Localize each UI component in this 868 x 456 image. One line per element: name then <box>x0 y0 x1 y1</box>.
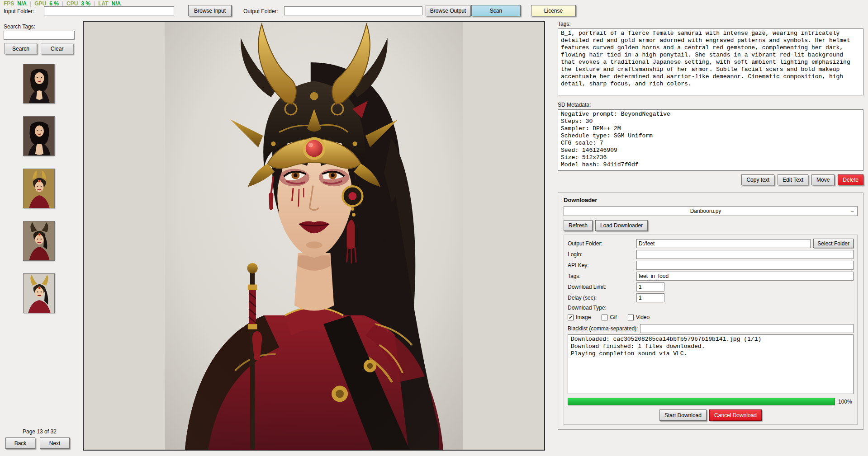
download-limit-label: Download Limit: <box>568 284 636 290</box>
gif-type-label: Gif <box>610 314 617 320</box>
portrait-image <box>165 22 463 450</box>
delay-label: Delay (sec): <box>568 295 636 301</box>
next-button[interactable]: Next <box>40 437 70 449</box>
download-type-options: ✓ Image Gif Video <box>568 312 854 322</box>
delay-input[interactable] <box>636 293 664 302</box>
back-button[interactable]: Back <box>5 437 35 449</box>
checkbox-box: ✓ <box>568 315 574 320</box>
checkbox-box <box>602 315 607 320</box>
dl-tags-label: Tags: <box>568 273 636 279</box>
search-tags-label: Search Tags: <box>4 24 35 30</box>
browse-output-button[interactable]: Browse Output <box>426 5 470 16</box>
performance-status-bar: FPS N/A | GPU 6 % | CPU 3 % | LAT N/A <box>4 0 121 7</box>
thumbnail-list <box>23 64 55 313</box>
image-viewer[interactable] <box>83 21 545 451</box>
page-indicator: Page 13 of 32 <box>23 428 57 435</box>
download-log[interactable]: Downloaded: cac305208285ca14bbfb579b7b19… <box>568 334 854 394</box>
top-toolbar: FPS N/A | GPU 6 % | CPU 3 % | LAT N/A In… <box>0 0 868 18</box>
search-tags-input[interactable] <box>4 31 75 40</box>
login-input[interactable] <box>636 250 854 259</box>
scan-button[interactable]: Scan <box>471 5 521 16</box>
browse-input-button[interactable]: Browse Input <box>188 5 232 16</box>
clear-button[interactable]: Clear <box>41 43 73 54</box>
fps-label: FPS <box>4 0 14 7</box>
thumbnail-item[interactable] <box>23 116 55 156</box>
cpu-label: CPU <box>66 0 78 7</box>
gpu-value: 6 % <box>49 0 59 7</box>
sd-metadata-textarea[interactable]: Negative prompt: BeyondNegative Steps: 3… <box>558 109 863 171</box>
load-downloader-button[interactable]: Load Downloader <box>595 220 648 231</box>
thumbnail-image <box>24 221 55 261</box>
image-type-checkbox[interactable]: ✓ Image <box>568 314 591 320</box>
video-type-label: Video <box>636 314 650 320</box>
output-folder-input[interactable] <box>284 6 422 15</box>
downloader-settings-panel: Output Folder: Select Folder Login: API … <box>564 235 858 425</box>
api-key-input[interactable] <box>636 261 854 270</box>
checkbox-box <box>628 315 634 320</box>
download-action-buttons: Start Download Cancel Download <box>568 409 854 421</box>
sidebar: Search Tags: Search Clear <box>0 21 83 455</box>
license-button[interactable]: License <box>531 5 576 16</box>
thumbnail-image <box>24 274 55 313</box>
thumbnail-item[interactable] <box>23 169 55 208</box>
lat-label: LAT <box>98 0 108 7</box>
tags-label: Tags: <box>558 21 863 27</box>
api-key-label: API Key: <box>568 262 636 268</box>
gpu-label: GPU <box>34 0 46 7</box>
thumbnail-item[interactable] <box>23 64 55 103</box>
right-panel: Tags: B_1, portrait of a fierce female s… <box>558 21 863 430</box>
select-folder-button[interactable]: Select Folder <box>813 239 854 248</box>
file-action-buttons: Copy text Edit Text Move Delete <box>558 174 863 185</box>
dl-tags-input[interactable] <box>636 272 854 281</box>
downloader-script-dropdown[interactable]: Danbooru.py – <box>564 206 858 216</box>
status-separator: | <box>30 0 31 7</box>
blacklist-input[interactable] <box>640 324 854 333</box>
cancel-download-button[interactable]: Cancel Download <box>709 409 762 421</box>
delete-button[interactable]: Delete <box>838 174 863 185</box>
start-download-button[interactable]: Start Download <box>659 409 707 421</box>
downloader-group: Downloader Danbooru.py – Refresh Load Do… <box>558 193 863 430</box>
login-label: Login: <box>568 251 636 258</box>
status-separator: | <box>94 0 95 7</box>
download-progress-bar <box>568 398 835 405</box>
status-separator: | <box>62 0 63 7</box>
downloader-title: Downloader <box>564 197 858 203</box>
thumbnail-item[interactable] <box>23 273 55 313</box>
progress-percent-label: 100% <box>838 399 854 405</box>
download-limit-input[interactable] <box>636 282 664 291</box>
blacklist-label: Blacklist (comma-separated): <box>568 325 640 332</box>
check-icon: ✓ <box>569 315 573 320</box>
move-button[interactable]: Move <box>811 174 835 185</box>
search-button[interactable]: Search <box>5 43 37 54</box>
thumbnail-image <box>24 64 55 103</box>
download-type-label: Download Type: <box>568 305 607 311</box>
progress-fill <box>568 398 835 405</box>
tags-textarea[interactable]: B_1, portrait of a fierce female samurai… <box>558 28 863 95</box>
sd-metadata-label: SD Metadata: <box>558 102 863 108</box>
progress-row: 100% <box>568 398 854 405</box>
refresh-button[interactable]: Refresh <box>564 220 593 231</box>
input-folder-input[interactable] <box>44 6 174 15</box>
image-type-label: Image <box>576 314 591 320</box>
dropdown-handle-icon: – <box>847 208 857 214</box>
input-folder-label: Input Folder: <box>4 8 34 14</box>
lat-value: N/A <box>112 0 121 7</box>
fps-value: N/A <box>17 0 27 7</box>
downloader-toolbar: Refresh Load Downloader <box>564 220 858 231</box>
video-type-checkbox[interactable]: Video <box>628 314 650 320</box>
output-folder-label: Output Folder: <box>243 8 278 14</box>
dl-output-folder-label: Output Folder: <box>568 240 636 247</box>
thumbnail-image <box>24 117 55 156</box>
gif-type-checkbox[interactable]: Gif <box>602 314 617 320</box>
cpu-value: 3 % <box>81 0 90 7</box>
dl-output-folder-input[interactable] <box>636 239 811 248</box>
thumbnail-image <box>24 169 55 208</box>
thumbnail-item[interactable] <box>23 221 55 261</box>
copy-text-button[interactable]: Copy text <box>741 174 774 185</box>
edit-text-button[interactable]: Edit Text <box>778 174 808 185</box>
downloader-script-value: Danbooru.py <box>564 208 847 214</box>
